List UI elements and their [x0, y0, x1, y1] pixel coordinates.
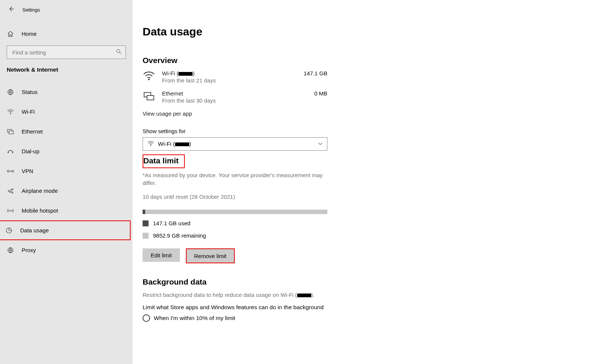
wifi-icon [7, 109, 14, 114]
remove-limit-button[interactable]: Remove limit [187, 249, 234, 263]
search-icon [116, 49, 122, 56]
titlebar: Settings [0, 4, 133, 16]
remaining-label: 9852.9 GB remaining [153, 232, 206, 239]
svg-point-7 [7, 170, 9, 172]
view-usage-link[interactable]: View usage per app [143, 110, 327, 117]
sidebar-item-label: Ethernet [22, 128, 43, 135]
sidebar-item-dialup[interactable]: Dial-up [0, 141, 133, 161]
svg-rect-4 [9, 131, 13, 134]
status-icon [7, 89, 14, 95]
svg-point-2 [10, 113, 11, 114]
sidebar-item-data-usage[interactable]: Data usage [0, 220, 131, 240]
search-wrap [0, 46, 133, 59]
svg-point-12 [148, 79, 150, 80]
overview-ethernet-subtitle: From the last 30 days [162, 97, 308, 104]
background-data-note: Restrict background data to help reduce … [143, 291, 327, 299]
radio-icon [143, 314, 150, 322]
data-limit-heading: Data limit [143, 156, 179, 165]
sidebar-item-label: VPN [22, 168, 33, 174]
search-input[interactable] [12, 49, 116, 56]
ethernet-icon [7, 129, 14, 134]
used-label: 147.1 GB used [153, 220, 190, 226]
svg-point-9 [10, 210, 11, 211]
hotspot-icon [7, 208, 14, 213]
data-usage-icon [5, 227, 13, 234]
sidebar-item-label: Wi-Fi [22, 109, 35, 115]
data-limit-note: *As measured by your device. Your servic… [143, 171, 327, 187]
overview-wifi-name: Wi-Fi () [162, 70, 297, 76]
used-legend: 147.1 GB used [143, 220, 327, 226]
used-swatch [143, 220, 149, 226]
sidebar-item-proxy[interactable]: Proxy [0, 240, 133, 260]
sidebar-section-title: Network & Internet [0, 59, 133, 75]
home-icon [7, 31, 14, 37]
back-icon[interactable] [8, 6, 14, 13]
sidebar-item-ethernet[interactable]: Ethernet [0, 122, 133, 141]
data-limit-heading-highlight: Data limit [143, 154, 185, 168]
svg-rect-14 [147, 95, 154, 100]
main-content: Data usage Overview Wi-Fi () From the la… [133, 0, 589, 364]
wifi-icon [143, 70, 155, 81]
overview-wifi-amount: 147.1 GB [304, 70, 327, 76]
remaining-legend: 9852.9 GB remaining [143, 232, 327, 239]
overview-ethernet-row[interactable]: Ethernet From the last 30 days 0 MB [143, 90, 327, 104]
search-box[interactable] [7, 46, 126, 59]
network-dropdown[interactable]: Wi-Fi () [143, 137, 327, 151]
limit-description: Limit what Store apps and Windows featur… [143, 304, 327, 311]
sidebar-item-wifi[interactable]: Wi-Fi [0, 102, 133, 122]
overview-heading: Overview [143, 56, 327, 65]
remove-limit-highlight: Remove limit [186, 248, 235, 263]
redacted-ssid [175, 142, 189, 146]
show-settings-label: Show settings for [143, 128, 327, 134]
chevron-down-icon [318, 141, 322, 147]
ethernet-icon [143, 90, 155, 101]
sidebar-item-airplane[interactable]: Airplane mode [0, 181, 133, 201]
redacted-ssid [178, 72, 193, 76]
svg-point-6 [12, 152, 13, 153]
page-title: Data usage [143, 25, 589, 38]
radio-label: When I'm within 10% of my limit [154, 315, 235, 321]
svg-point-15 [150, 145, 151, 145]
sidebar-nav: Status Wi-Fi Ethernet Dial-up VPN [0, 82, 133, 260]
sidebar-home-label: Home [22, 31, 37, 37]
radio-option-10pct[interactable]: When I'm within 10% of my limit [143, 314, 327, 322]
limit-buttons: Edit limit Remove limit [143, 248, 327, 263]
sidebar-item-label: Dial-up [22, 148, 40, 154]
sidebar-item-label: Airplane mode [22, 188, 58, 194]
wifi-icon [147, 141, 154, 147]
proxy-icon [7, 247, 14, 254]
overview-wifi-subtitle: From the last 21 days [162, 77, 297, 84]
vpn-icon [7, 169, 14, 173]
svg-point-0 [117, 50, 120, 53]
sidebar: Settings Home Network & Internet Status … [0, 0, 133, 364]
airplane-icon [7, 188, 14, 194]
dialup-icon [7, 149, 14, 154]
data-progress-bar [143, 210, 327, 214]
overview-ethernet-name: Ethernet [162, 90, 308, 97]
svg-point-5 [8, 152, 9, 153]
window-title: Settings [22, 7, 40, 13]
redacted-ssid [297, 294, 311, 297]
sidebar-item-vpn[interactable]: VPN [0, 161, 133, 181]
edit-limit-button[interactable]: Edit limit [143, 248, 180, 262]
sidebar-home[interactable]: Home [0, 24, 133, 44]
data-progress-fill [143, 210, 145, 214]
remaining-swatch [143, 233, 149, 239]
sidebar-item-label: Mobile hotspot [22, 207, 58, 214]
dropdown-value: Wi-Fi () [158, 141, 318, 147]
overview-ethernet-amount: 0 MB [314, 90, 327, 97]
sidebar-item-label: Data usage [20, 227, 49, 233]
reset-note: 10 days until reset (28 October 2021) [143, 194, 327, 200]
overview-wifi-row[interactable]: Wi-Fi () From the last 21 days 147.1 GB [143, 70, 327, 84]
sidebar-item-label: Status [22, 89, 38, 95]
sidebar-item-hotspot[interactable]: Mobile hotspot [0, 201, 133, 220]
svg-point-8 [12, 170, 14, 172]
sidebar-item-status[interactable]: Status [0, 82, 133, 102]
sidebar-item-label: Proxy [22, 247, 36, 253]
background-data-heading: Background data [143, 277, 327, 286]
